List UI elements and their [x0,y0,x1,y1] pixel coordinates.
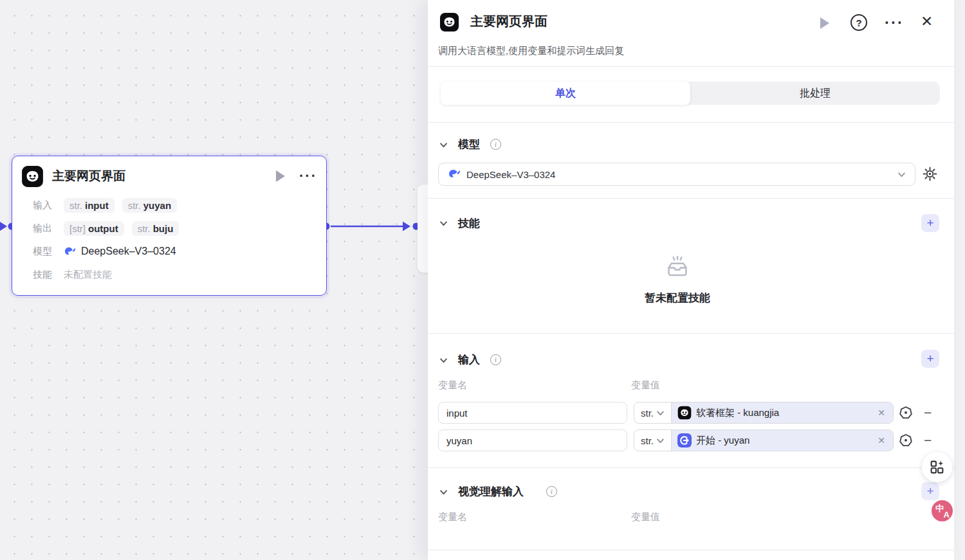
run-mode-tabs: 单次 批处理 [441,82,940,105]
node-title: 主要网页界面 [52,168,125,185]
chevron-down-icon [656,409,665,417]
type-dropdown[interactable]: str. [634,430,672,451]
bot-icon [439,12,459,32]
node-config-panel: 主要网页界面 ? ··· ✕ 调用大语言模型,使用变量和提示词生成回复 单次 批… [428,0,954,560]
column-header-value: 变量值 [631,511,660,523]
panel-more-button[interactable]: ··· [885,14,904,32]
panel-title: 主要网页界面 [470,13,547,30]
chevron-down-icon[interactable] [439,141,448,149]
info-icon: i [490,354,501,365]
reference-settings-icon[interactable] [898,433,914,448]
translate-button[interactable]: 中 A [930,499,954,523]
help-icon[interactable]: ? [850,14,867,31]
bot-icon [21,165,44,188]
reference-tag[interactable]: 软著框架 - kuangjia ✕ [672,402,893,423]
info-icon: i [490,139,501,150]
translate-en-glyph: A [944,510,950,519]
translate-zh-glyph: 中 [935,503,944,514]
panel-run-button[interactable] [820,17,829,29]
output-tag: str.buju [132,221,179,236]
input-tag: str.yuyan [122,198,177,213]
column-header-name: 变量名 [438,511,467,523]
close-icon[interactable]: ✕ [921,13,933,30]
divider [428,66,954,67]
output-tag: [str]output [64,221,124,236]
input-tag: str.input [64,198,115,213]
incoming-arrowhead-icon [0,222,7,231]
input-section-title: 输入 [458,352,480,367]
reference-settings-icon[interactable] [898,405,914,420]
empty-inbox-icon [663,255,692,282]
node-model-label: 模型 [33,246,55,258]
edge-arrowhead-icon [403,222,410,231]
variable-name-input[interactable] [438,429,627,451]
gear-icon[interactable] [922,166,938,182]
clear-reference-icon[interactable]: ✕ [876,408,887,418]
variable-value-control[interactable]: str. 软著框架 - kuangjia ✕ [634,402,894,424]
chevron-down-icon[interactable] [439,219,448,228]
reference-label: 软著框架 - kuangjia [696,407,871,419]
model-section-title: 模型 [458,137,480,152]
node-skill-label: 技能 [33,269,55,281]
chevron-down-icon [656,437,665,445]
node-output-label: 输出 [33,222,55,235]
node-model-value: DeepSeek–V3–0324 [81,246,176,257]
variable-name-input[interactable] [438,402,627,424]
tab-single[interactable]: 单次 [441,82,690,105]
variable-value-control[interactable]: str. 开始 - yuyan ✕ [634,429,894,451]
remove-row-button[interactable]: − [924,406,932,419]
node-more-button[interactable]: ··· [299,169,317,183]
chevron-down-icon [897,170,906,179]
reference-tag[interactable]: 开始 - yuyan ✕ [672,430,893,451]
divider [428,333,954,334]
node-skill-value: 未配置技能 [64,269,112,281]
add-input-button[interactable]: + [921,350,939,368]
reference-label: 开始 - yuyan [696,435,871,447]
divider [428,550,954,550]
remove-row-button[interactable]: − [924,433,932,447]
node-input-row: 输入 str.input str.yuyan [33,196,179,214]
skills-empty-text: 暂未配置技能 [645,291,710,305]
node-run-button[interactable] [276,170,285,182]
node-model-row: 模型 DeepSeek–V3–0324 [33,242,179,260]
divider [428,122,954,123]
node-skill-row: 技能 未配置技能 [33,266,179,284]
divider [428,198,954,199]
type-dropdown[interactable]: str. [634,402,672,423]
llm-node-card[interactable]: 主要网页界面 ··· 输入 str.input str.yuyan 输出 [st… [12,156,327,296]
chevron-down-icon[interactable] [439,356,448,365]
divider [428,467,954,468]
node-input-label: 输入 [33,199,55,212]
components-sparkle-icon [929,459,945,475]
deepseek-icon [448,168,461,181]
deepseek-icon [64,246,76,258]
model-select[interactable]: DeepSeek–V3–0324 [438,163,915,186]
skills-empty-state: 暂未配置技能 [428,255,927,305]
column-header-value: 变量值 [631,379,660,392]
tab-batch[interactable]: 批处理 [690,82,940,105]
chevron-down-icon[interactable] [439,488,448,496]
bot-icon [677,406,692,420]
node-output-row: 输出 [str]output str.buju [33,219,179,237]
add-skill-button[interactable]: + [921,214,939,232]
add-visual-input-button[interactable]: + [921,482,939,500]
clear-reference-icon[interactable]: ✕ [876,435,887,446]
start-node-icon [677,433,692,447]
skills-section-title: 技能 [458,216,480,231]
info-icon: i [546,486,557,497]
workflow-canvas[interactable]: 主要网页界面 ··· 输入 str.input str.yuyan 输出 [st… [0,0,965,560]
visual-input-section-title: 视觉理解输入 [458,484,524,499]
panel-subtitle: 调用大语言模型,使用变量和提示词生成回复 [438,45,624,57]
column-header-name: 变量名 [438,379,467,392]
model-select-value: DeepSeek–V3–0324 [466,169,892,180]
components-ai-button[interactable] [922,452,952,482]
